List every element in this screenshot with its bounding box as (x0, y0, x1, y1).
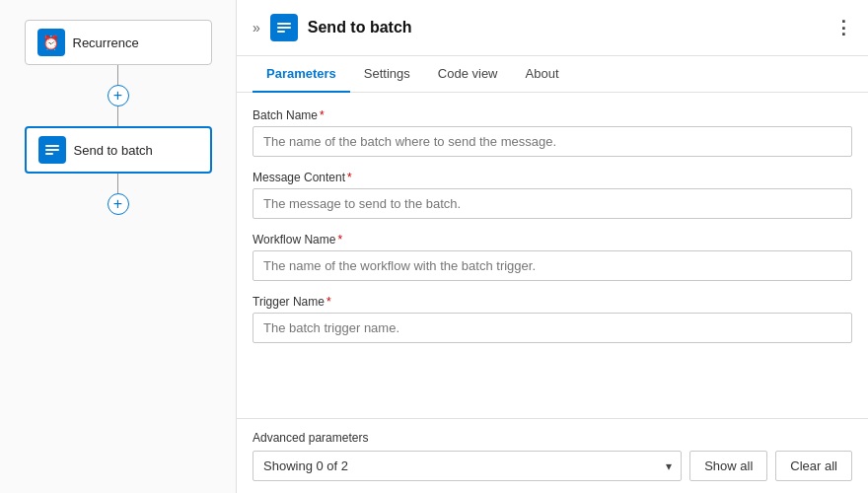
footer-area: Advanced parameters Showing 0 of 2 ▾ Sho… (237, 418, 868, 493)
send-to-batch-icon (38, 136, 66, 164)
svg-rect-4 (277, 27, 291, 29)
tab-parameters[interactable]: Parameters (253, 56, 350, 93)
add-step-button-1[interactable]: + (108, 85, 129, 106)
svg-rect-3 (277, 23, 291, 25)
batch-name-required: * (320, 108, 325, 122)
batch-name-field-group: Batch Name* (253, 108, 852, 157)
tab-about[interactable]: About (512, 56, 573, 93)
batch-name-label: Batch Name* (253, 108, 852, 122)
showing-select-wrapper: Showing 0 of 2 ▾ (253, 451, 682, 481)
tab-bar: Parameters Settings Code view About (237, 56, 868, 93)
recurrence-node[interactable]: ⏰ Recurrence (25, 20, 212, 65)
svg-rect-5 (277, 31, 285, 33)
send-to-batch-node[interactable]: Send to batch (25, 126, 212, 174)
tab-code-view[interactable]: Code view (424, 56, 512, 93)
tab-settings[interactable]: Settings (350, 56, 424, 93)
message-content-required: * (347, 171, 352, 184)
workflow-name-required: * (337, 233, 342, 246)
show-all-button[interactable]: Show all (689, 451, 767, 481)
right-panel: » Send to batch ⋮ Parameters Settings Co… (237, 0, 868, 493)
send-to-batch-label: Send to batch (74, 143, 153, 158)
clear-all-button[interactable]: Clear all (775, 451, 852, 481)
batch-name-input[interactable] (253, 126, 852, 157)
advanced-parameters-label: Advanced parameters (253, 431, 852, 445)
panel-title: Send to batch (308, 19, 825, 36)
connector-2 (117, 106, 118, 126)
message-content-field-group: Message Content* (253, 171, 852, 219)
recurrence-label: Recurrence (73, 35, 139, 50)
message-content-label: Message Content* (253, 171, 852, 184)
right-header: » Send to batch ⋮ (237, 0, 868, 56)
workflow-name-input[interactable] (253, 250, 852, 281)
more-options-button[interactable]: ⋮ (834, 17, 852, 38)
recurrence-icon: ⏰ (37, 29, 65, 56)
workflow-name-label: Workflow Name* (253, 233, 852, 246)
trigger-name-input[interactable] (253, 313, 852, 343)
message-content-input[interactable] (253, 188, 852, 219)
trigger-name-required: * (326, 295, 331, 309)
header-icon (270, 14, 298, 41)
trigger-name-label: Trigger Name* (253, 295, 852, 309)
svg-rect-0 (45, 145, 59, 147)
left-panel: ⏰ Recurrence + Send to batch + (0, 0, 237, 493)
workflow-name-field-group: Workflow Name* (253, 233, 852, 281)
connector-1 (117, 65, 118, 85)
trigger-name-field-group: Trigger Name* (253, 295, 852, 343)
content-area: Batch Name* Message Content* Workflow Na… (237, 93, 868, 418)
svg-rect-2 (45, 153, 53, 155)
collapse-button[interactable]: » (253, 20, 260, 35)
add-step-button-2[interactable]: + (108, 193, 129, 215)
connector-3 (117, 174, 118, 193)
advanced-row: Showing 0 of 2 ▾ Show all Clear all (253, 451, 852, 481)
svg-rect-1 (45, 149, 59, 151)
advanced-parameters-select[interactable]: Showing 0 of 2 (253, 451, 682, 481)
